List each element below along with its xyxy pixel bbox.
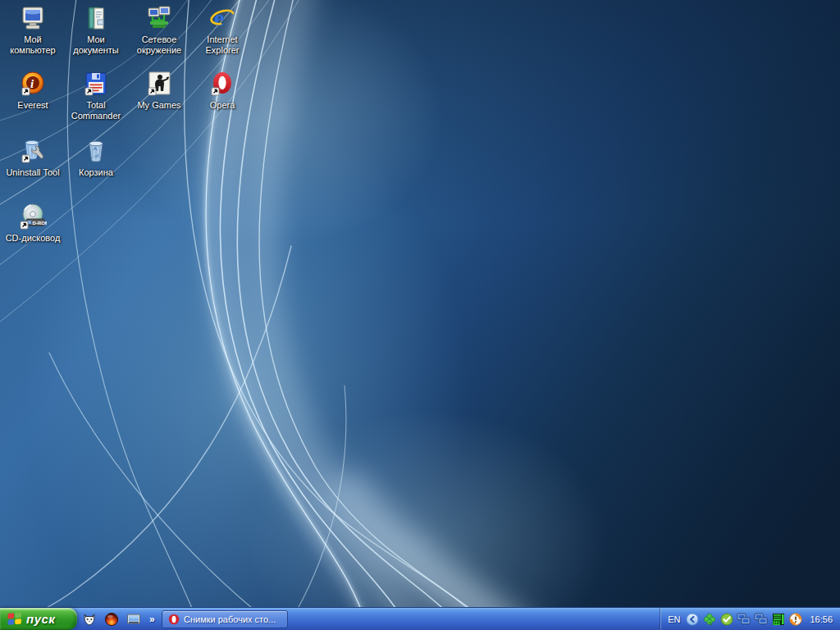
quick-launch-overflow-chevron[interactable]: » bbox=[148, 614, 157, 624]
recycle-bin-icon bbox=[82, 137, 110, 165]
opera-icon bbox=[168, 614, 180, 625]
task-button-opera[interactable]: Снимки рабочих сто... bbox=[162, 610, 288, 628]
icon-label: Total Commander bbox=[66, 100, 126, 121]
task-button-label: Снимки рабочих сто... bbox=[184, 614, 276, 624]
desktop-icon-uninstall-tool[interactable]: Uninstall Tool bbox=[2, 137, 64, 178]
start-button[interactable]: пуск bbox=[0, 608, 77, 630]
desktop-icon-internet-explorer[interactable]: e Internet Explorer bbox=[191, 4, 253, 56]
desktop-icon-opera[interactable]: Opera bbox=[191, 70, 253, 111]
cd-drive-icon: D-ROM bbox=[19, 203, 47, 231]
windows-flag-icon bbox=[7, 612, 22, 626]
system-tray: EN bbox=[660, 608, 840, 630]
icon-label: Uninstall Tool bbox=[6, 167, 59, 178]
outpost-firewall-icon[interactable] bbox=[788, 612, 802, 626]
uninstall-tool-icon bbox=[19, 137, 47, 165]
svg-text:e: e bbox=[214, 5, 224, 30]
desktop-icon-total-commander[interactable]: Total Commander bbox=[65, 70, 127, 121]
icon-label: Мой компьютер bbox=[2, 34, 63, 56]
icon-label: Opera bbox=[210, 100, 235, 111]
icon-label: Everest bbox=[17, 100, 48, 111]
check-shield-icon[interactable] bbox=[719, 612, 733, 626]
desktop-icon-my-games[interactable]: My Games bbox=[128, 70, 190, 111]
language-indicator[interactable]: EN bbox=[668, 614, 680, 624]
icon-label: Мои документы bbox=[66, 34, 126, 56]
my-computer-icon bbox=[19, 4, 47, 32]
show-desktop-icon[interactable] bbox=[126, 611, 142, 628]
icon-label: CD-дисковод bbox=[6, 233, 61, 244]
quick-launch-bar: » bbox=[81, 608, 157, 630]
network-places-icon bbox=[145, 4, 173, 32]
network-connection-icon[interactable] bbox=[754, 612, 768, 626]
everest-icon: i bbox=[19, 70, 47, 98]
network-connection-icon[interactable] bbox=[737, 612, 751, 626]
start-label: пуск bbox=[26, 612, 60, 626]
icon-label: Internet Explorer bbox=[192, 34, 253, 56]
desktop-icon-my-computer[interactable]: Мой компьютер bbox=[2, 4, 64, 56]
internet-explorer-icon: e bbox=[208, 4, 236, 32]
meter-value: 13 bbox=[774, 620, 778, 625]
traffic-meter-icon[interactable]: 13 bbox=[771, 612, 785, 626]
collapse-chevron-icon[interactable] bbox=[685, 612, 699, 626]
opera-icon bbox=[208, 70, 236, 98]
taskbar: пуск bbox=[0, 607, 840, 630]
desktop-icon-cd-drive[interactable]: D-ROM CD-дисковод bbox=[2, 203, 64, 244]
counter-strike-icon bbox=[145, 70, 173, 98]
total-commander-icon bbox=[82, 70, 110, 98]
icon-label: Корзина bbox=[79, 167, 113, 178]
tray-clock[interactable]: 16:56 bbox=[810, 614, 833, 624]
icon-label: My Games bbox=[137, 100, 180, 111]
fox-head-icon[interactable] bbox=[81, 611, 98, 628]
desktop-icon-everest[interactable]: i Everest bbox=[2, 70, 64, 111]
desktop-icon-network-places[interactable]: Сетевое окружение bbox=[128, 4, 190, 56]
clover-icon[interactable] bbox=[702, 612, 716, 626]
desktop-icon-my-documents[interactable]: Мои документы bbox=[65, 4, 127, 56]
ember-sphere-icon[interactable] bbox=[103, 611, 120, 628]
icon-label: Сетевое окружение bbox=[129, 34, 189, 56]
cd-badge-text: D-ROM bbox=[33, 221, 48, 226]
my-documents-icon bbox=[82, 4, 110, 32]
desktop: Мой компьютер Мои документы bbox=[0, 0, 840, 630]
desktop-icon-recycle-bin[interactable]: Корзина bbox=[65, 137, 127, 178]
